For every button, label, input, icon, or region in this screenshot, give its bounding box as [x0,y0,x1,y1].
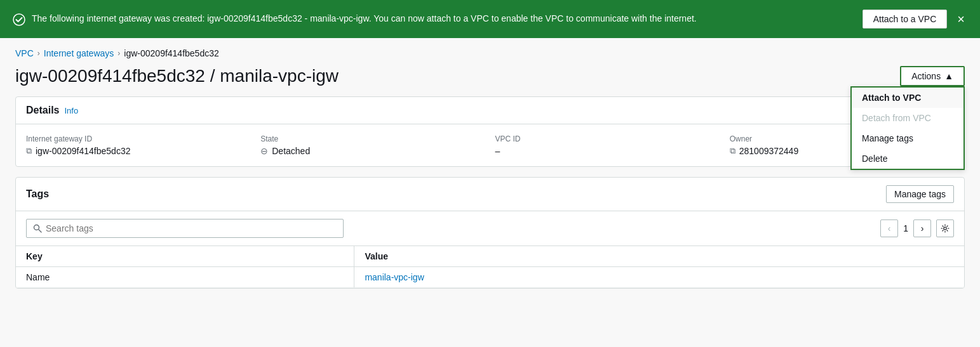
gear-icon [941,224,950,233]
actions-button[interactable]: Actions ▲ [900,66,965,86]
page-number: 1 [903,223,908,233]
banner-message: The following internet gateway was creat… [32,13,697,25]
details-card-body: Internet gateway ID ⧉ igw-00209f414fbe5d… [16,124,964,166]
tag-key: Name [16,267,354,288]
breadcrumb-vpc-link[interactable]: VPC [15,48,34,58]
manage-tags-button[interactable]: Manage tags [886,185,954,203]
gateway-id-value: igw-00209f414fbe5dc32 [36,146,130,156]
breadcrumb-gateways-link[interactable]: Internet gateways [44,48,114,58]
gateway-id-label: Internet gateway ID [26,134,250,143]
svg-point-0 [13,14,25,25]
state-label: State [260,134,485,143]
breadcrumb-sep2: › [117,49,120,58]
state-value-row: ⊖ Detached [260,146,485,156]
pagination-row: ‹ 1 › [880,219,954,237]
page-title-row: igw-00209f414fbe5dc32 / manila-vpc-igw A… [15,66,965,86]
tags-table-header-row: Key Value [16,246,964,267]
detail-state: State ⊖ Detached [260,134,485,156]
actions-attach-vpc[interactable]: Attach to VPC [852,88,963,108]
banner-actions: Attach to a VPC × [863,10,967,29]
svg-line-2 [39,230,41,232]
tags-table: Key Value Name manila-vpc-igw [16,246,964,288]
details-card: Details Info Internet gateway ID ⧉ igw-0… [15,96,965,167]
search-icon [33,224,42,233]
page-title: igw-00209f414fbe5dc32 / manila-vpc-igw [15,66,339,86]
actions-label: Actions [911,71,941,81]
banner-attach-vpc-button[interactable]: Attach to a VPC [863,10,948,29]
success-banner-content: The following internet gateway was creat… [13,13,850,26]
actions-dropdown-menu: Attach to VPC Detach from VPC Manage tag… [850,86,965,170]
tags-card-header: Tags Manage tags [16,178,964,211]
detail-vpc-id: VPC ID – [495,134,720,156]
detail-gateway-id: Internet gateway ID ⧉ igw-00209f414fbe5d… [26,134,250,156]
pagination-prev-button[interactable]: ‹ [880,219,898,237]
col-key-header: Key [16,246,354,267]
breadcrumb-current: igw-00209f414fbe5dc32 [124,48,218,58]
success-check-icon [13,13,25,26]
owner-value: 281009372449 [739,146,798,156]
vpc-id-value: – [495,146,500,156]
tag-value: manila-vpc-igw [354,267,964,288]
state-value: Detached [272,146,310,156]
pagination-next-button[interactable]: › [913,219,931,237]
details-grid: Internet gateway ID ⧉ igw-00209f414fbe5d… [26,134,954,156]
actions-manage-tags[interactable]: Manage tags [852,128,963,148]
copy-gateway-id-icon[interactable]: ⧉ [26,146,32,156]
svg-point-3 [944,227,946,230]
vpc-id-label: VPC ID [495,134,720,143]
details-info-link[interactable]: Info [64,106,78,115]
tags-search-box [26,219,344,238]
detached-icon: ⊖ [260,146,268,156]
main-content: VPC › Internet gateways › igw-00209f414f… [0,38,980,299]
actions-delete[interactable]: Delete [852,148,963,169]
table-row: Name manila-vpc-igw [16,267,964,288]
actions-dropdown-container: Actions ▲ Attach to VPC Detach from VPC … [900,66,965,86]
tags-search-input[interactable] [46,223,337,233]
breadcrumb: VPC › Internet gateways › igw-00209f414f… [15,48,965,58]
vpc-id-value-row: – [495,146,720,156]
svg-point-1 [34,225,39,230]
actions-chevron-icon: ▲ [944,71,953,81]
table-settings-button[interactable] [936,219,954,237]
tags-search-row: ‹ 1 › [16,211,964,246]
success-banner: The following internet gateway was creat… [0,0,980,38]
col-value-header: Value [354,246,964,267]
copy-owner-icon[interactable]: ⧉ [730,146,735,156]
tags-card: Tags Manage tags ‹ 1 › [15,177,965,289]
details-title: Details [26,105,59,116]
details-card-header: Details Info [16,97,964,124]
banner-close-button[interactable]: × [955,13,967,25]
gateway-id-value-row: ⧉ igw-00209f414fbe5dc32 [26,146,250,156]
breadcrumb-sep1: › [37,49,40,58]
actions-detach-vpc: Detach from VPC [852,108,963,128]
tags-title: Tags [26,188,49,200]
